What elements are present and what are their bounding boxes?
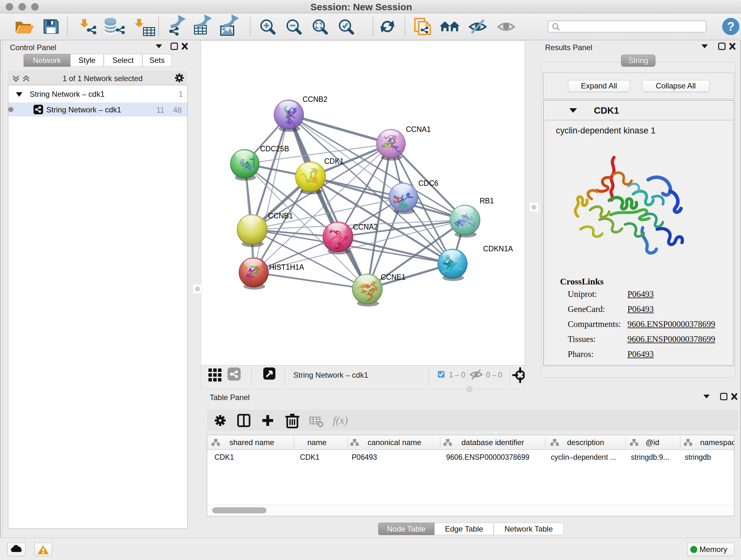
svg-text:CCNB2: CCNB2 xyxy=(302,95,327,104)
svg-text:CDC25B: CDC25B xyxy=(260,145,289,153)
svg-text:String Network – cdk1: String Network – cdk1 xyxy=(293,371,368,379)
svg-text:HIST1H1A: HIST1H1A xyxy=(269,263,305,271)
svg-text:CDKN1A: CDKN1A xyxy=(483,245,513,253)
svg-text:CCNA1: CCNA1 xyxy=(406,125,431,133)
svg-text:?: ? xyxy=(727,20,734,33)
svg-text:CCNA2: CCNA2 xyxy=(353,223,378,231)
svg-text:CDC6: CDC6 xyxy=(418,179,439,187)
svg-text:1 of 1 Network selected: 1 of 1 Network selected xyxy=(63,74,143,83)
svg-text:f(x): f(x) xyxy=(333,415,348,427)
svg-text:1 – 0: 1 – 0 xyxy=(449,371,465,379)
svg-text:CDK1: CDK1 xyxy=(324,157,344,165)
svg-text:CCNB1: CCNB1 xyxy=(268,212,293,220)
svg-text:RB1: RB1 xyxy=(480,197,494,205)
svg-text:CCNE1: CCNE1 xyxy=(381,273,406,281)
svg-text:0 – 0: 0 – 0 xyxy=(486,371,502,379)
